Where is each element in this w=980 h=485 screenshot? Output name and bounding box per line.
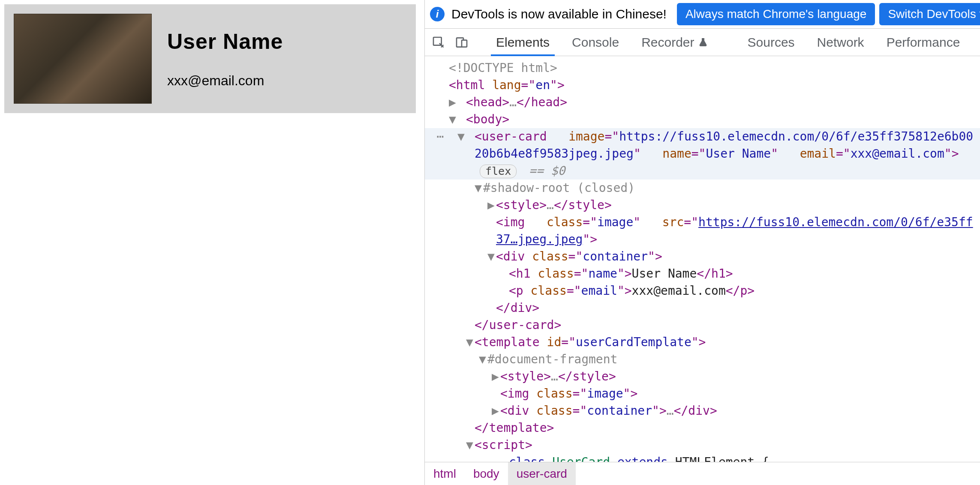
devtools-panel: i DevTools is now available in Chinese! … — [424, 0, 980, 485]
infobar-message: DevTools is now available in Chinese! — [451, 7, 667, 21]
dom-line-head[interactable]: ▶ <head>…</head> — [425, 94, 980, 111]
user-card-text: User Name xxx@email.com — [167, 29, 283, 89]
flex-badge[interactable]: flex — [480, 165, 517, 178]
tab-console[interactable]: Console — [561, 29, 630, 56]
dom-line-template-style[interactable]: ▶ <style>…</style> — [425, 368, 980, 385]
dom-line-shadow-root[interactable]: ▼ #shadow-root (closed) — [425, 180, 980, 197]
tab-recorder-label: Recorder — [641, 35, 694, 50]
dom-line-h1[interactable]: <h1 class="name">User Name</h1> — [425, 265, 980, 282]
dom-line-html-open[interactable]: <html lang="en"> — [425, 77, 980, 94]
info-icon: i — [430, 7, 445, 21]
tab-sources[interactable]: Sources — [737, 29, 806, 56]
dom-line-p[interactable]: <p class="email">xxx@email.com</p> — [425, 282, 980, 299]
tab-recorder[interactable]: Recorder — [630, 29, 719, 56]
device-toolbar-icon[interactable] — [455, 34, 469, 51]
dom-line-template-img[interactable]: <img class="image"> — [425, 385, 980, 402]
dom-tree[interactable]: <!DOCTYPE html> <html lang="en"> ▶ <head… — [425, 56, 980, 462]
dom-line-user-card[interactable]: ⋯▼ <user-card image="https://fuss10.elem… — [425, 128, 980, 180]
dom-line-container-close[interactable]: </div> — [425, 299, 980, 317]
dom-line-img[interactable]: <img class="image" src="https://fuss10.e… — [425, 214, 980, 248]
dom-line-doctype[interactable]: <!DOCTYPE html> — [425, 60, 980, 77]
tab-elements[interactable]: Elements — [485, 29, 561, 56]
inspect-element-icon[interactable] — [432, 34, 445, 51]
dom-line-script-open[interactable]: ▼ <script> — [425, 437, 980, 454]
dom-line-style[interactable]: ▶ <style>…</style> — [425, 197, 980, 214]
devtools-tabbar: Elements Console Recorder Sources Networ… — [425, 29, 980, 56]
switch-devtools-language-button[interactable]: Switch DevTools to Chinese — [879, 3, 980, 25]
dom-line-body-open[interactable]: ▼ <body> — [425, 111, 980, 128]
user-name: User Name — [167, 29, 283, 54]
tab-lighthouse[interactable]: Lighthouse — [971, 29, 980, 56]
always-match-language-button[interactable]: Always match Chrome's language — [677, 3, 875, 25]
dom-line-user-card-close[interactable]: </user-card> — [425, 317, 980, 334]
crumb-user-card[interactable]: user-card — [508, 462, 576, 485]
crumb-body[interactable]: body — [465, 462, 508, 485]
devtools-infobar: i DevTools is now available in Chinese! … — [425, 0, 980, 29]
crumb-html[interactable]: html — [425, 462, 465, 485]
dom-line-template-open[interactable]: ▼ <template id="userCardTemplate"> — [425, 334, 980, 351]
dom-line-template-close[interactable]: </template> — [425, 419, 980, 437]
beaker-icon — [698, 37, 708, 48]
dom-line-template-div[interactable]: ▶ <div class="container">…</div> — [425, 402, 980, 419]
user-card: User Name xxx@email.com — [4, 4, 416, 113]
dom-line-doc-fragment[interactable]: ▼ #document-fragment — [425, 351, 980, 368]
page-viewport: User Name xxx@email.com — [0, 0, 424, 485]
dom-line-js-1[interactable]: class UserCard extends HTMLElement { — [425, 454, 980, 462]
user-email: xxx@email.com — [167, 73, 283, 89]
svg-rect-2 — [462, 40, 467, 47]
tab-network[interactable]: Network — [806, 29, 875, 56]
tab-performance[interactable]: Performance — [875, 29, 971, 56]
dom-breadcrumbs: html body user-card — [425, 462, 980, 485]
user-avatar-image — [14, 14, 152, 104]
dom-line-container-open[interactable]: ▼ <div class="container"> — [425, 248, 980, 265]
